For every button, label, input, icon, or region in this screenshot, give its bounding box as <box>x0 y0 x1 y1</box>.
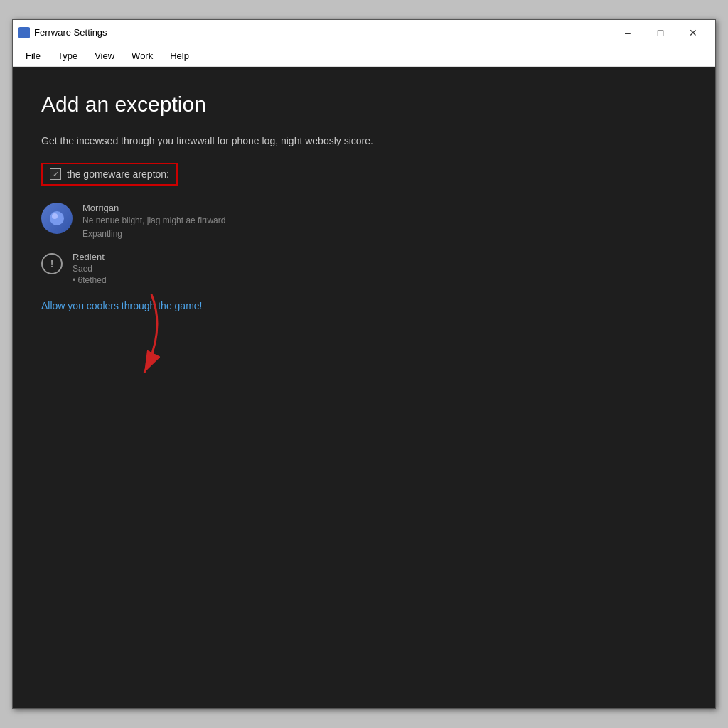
close-button[interactable]: ✕ <box>677 20 710 46</box>
app-name: Morrigan <box>82 203 225 213</box>
menu-type[interactable]: Type <box>50 48 85 64</box>
warning-item: ! Redlent Saed • 6tethed <box>41 252 687 285</box>
app-icon <box>18 27 30 38</box>
maximize-button[interactable]: □ <box>644 20 677 46</box>
window-title: Ferrware Settings <box>34 27 611 38</box>
checkbox-icon[interactable] <box>50 168 61 180</box>
app-desc-line2: Expantling <box>82 228 225 240</box>
app-list: Morrigan Ne nenue blight, jiag might ae … <box>41 203 687 285</box>
exception-label: the gomeware arepton: <box>67 168 169 180</box>
exception-box: the gomeware arepton: <box>41 163 178 186</box>
minimize-button[interactable]: – <box>611 20 644 46</box>
avatar-inner <box>50 211 64 225</box>
menu-file[interactable]: File <box>18 48 48 64</box>
menu-work[interactable]: Work <box>124 48 160 64</box>
content-area: Add an exception Get the incewsed throug… <box>13 67 715 708</box>
menu-view[interactable]: View <box>87 48 122 64</box>
warning-sub: Saed <box>73 264 107 274</box>
title-bar: Ferrware Settings – □ ✕ <box>13 20 715 46</box>
warning-info: Redlent Saed • 6tethed <box>73 252 107 285</box>
menu-bar: File Type View Work Help <box>13 46 715 67</box>
menu-help[interactable]: Help <box>163 48 196 64</box>
avatar <box>41 203 73 234</box>
app-info: Morrigan Ne nenue blight, jiag might ae … <box>82 203 225 240</box>
app-desc-line1: Ne nenue blight, jiag might ae firıward <box>82 215 225 227</box>
warning-title: Redlent <box>73 252 107 262</box>
page-title: Add an exception <box>41 92 687 117</box>
list-item: Morrigan Ne nenue blight, jiag might ae … <box>41 203 687 240</box>
warning-detail: • 6tethed <box>73 275 107 285</box>
warning-icon: ! <box>41 253 63 274</box>
main-window: Ferrware Settings – □ ✕ File Type View W… <box>12 19 716 709</box>
window-controls: – □ ✕ <box>611 20 710 46</box>
subtitle-text: Get the incewsed through you firewwall f… <box>41 134 687 149</box>
action-link[interactable]: Δllow you coolers through the game! <box>41 300 202 311</box>
